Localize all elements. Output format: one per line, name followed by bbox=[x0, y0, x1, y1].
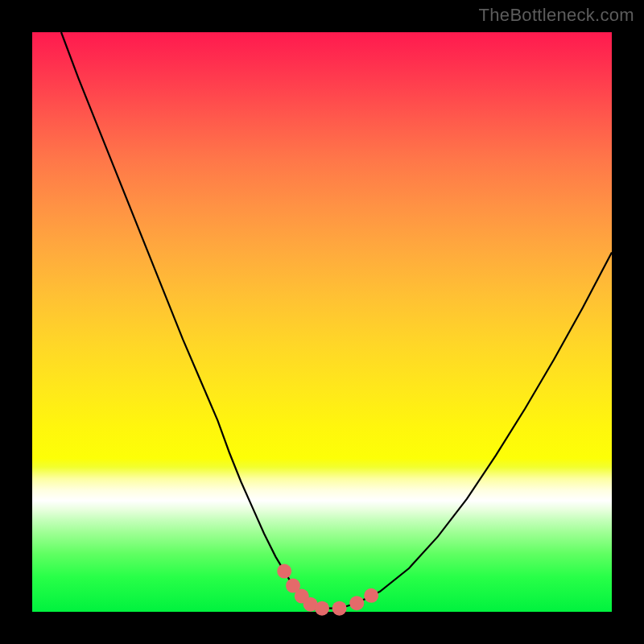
curve-marker bbox=[277, 564, 291, 579]
curve-marker bbox=[332, 601, 347, 616]
curve-marker bbox=[364, 588, 378, 603]
plot-area bbox=[32, 32, 612, 612]
curve-svg bbox=[32, 32, 612, 612]
watermark-text: TheBottleneck.com bbox=[479, 5, 634, 26]
curve-marker bbox=[349, 596, 364, 610]
bottleneck-curve bbox=[61, 32, 612, 609]
curve-marker bbox=[315, 601, 329, 616]
chart-frame: TheBottleneck.com bbox=[0, 0, 644, 644]
marker-group bbox=[277, 564, 378, 616]
